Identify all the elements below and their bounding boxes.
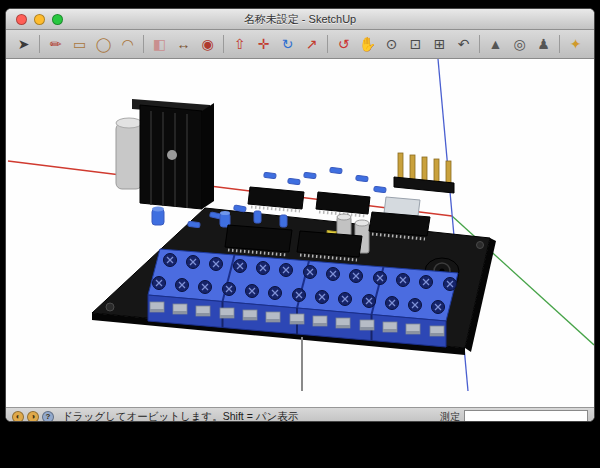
- eraser-tool[interactable]: ◧: [148, 33, 171, 56]
- model-info-tool[interactable]: ✦: [564, 33, 587, 56]
- previous-view-tool[interactable]: ↶: [452, 33, 475, 56]
- rectangle-tool[interactable]: ▭: [68, 33, 91, 56]
- zoom-window-tool[interactable]: ⊡: [404, 33, 427, 56]
- rotate-tool[interactable]: ↻: [276, 33, 299, 56]
- heatsink-module: [116, 99, 214, 209]
- measurement-input[interactable]: [464, 410, 588, 423]
- status-toggle-1-button[interactable]: ◐: [12, 411, 24, 423]
- ic-chips-back: [248, 187, 370, 216]
- model-viewport[interactable]: [6, 59, 594, 407]
- zoom-tool[interactable]: ⊙: [380, 33, 403, 56]
- pan-tool[interactable]: ✋: [356, 33, 379, 56]
- toolbar: ➤ ✏ ▭ ◯ ◠ ◧ ↔ ◉ ⇧ ✛ ↻ ↗ ↺ ✋ ⊙ ⊡ ⊞ ↶ ▲ ◎ …: [6, 30, 594, 59]
- drawing-canvas[interactable]: [6, 59, 594, 407]
- status-hint-text: ドラッグしてオービットします。Shift = パン表示: [62, 410, 298, 423]
- toolbar-separator: [39, 35, 40, 53]
- paint-bucket-tool[interactable]: ◉: [196, 33, 219, 56]
- look-around-tool[interactable]: ◎: [508, 33, 531, 56]
- toolbar-separator: [143, 35, 144, 53]
- toolbar-separator: [479, 35, 480, 53]
- desktop-background: 名称未設定 - SketchUp ➤ ✏ ▭ ◯ ◠ ◧ ↔ ◉ ⇧ ✛ ↻ ↗…: [0, 0, 600, 468]
- circle-tool[interactable]: ◯: [92, 33, 115, 56]
- status-bar: ◐ ◑ ? ドラッグしてオービットします。Shift = パン表示 測定: [6, 407, 594, 422]
- help-button[interactable]: ?: [42, 411, 54, 423]
- toolbar-separator: [327, 35, 328, 53]
- titlebar: 名称未設定 - SketchUp: [6, 9, 594, 30]
- scale-tool[interactable]: ↗: [300, 33, 323, 56]
- orbit-tool[interactable]: ↺: [332, 33, 355, 56]
- tape-measure-tool[interactable]: ↔: [172, 33, 195, 56]
- sketchup-window: 名称未設定 - SketchUp ➤ ✏ ▭ ◯ ◠ ◧ ↔ ◉ ⇧ ✛ ↻ ↗…: [5, 8, 595, 422]
- walk-tool[interactable]: ♟: [532, 33, 555, 56]
- pin-header: [394, 153, 454, 193]
- position-camera-tool[interactable]: ▲: [484, 33, 507, 56]
- push-pull-tool[interactable]: ⇧: [228, 33, 251, 56]
- zoom-extents-tool[interactable]: ⊞: [428, 33, 451, 56]
- window-title: 名称未設定 - SketchUp: [6, 12, 594, 27]
- status-toggle-2-button[interactable]: ◑: [27, 411, 39, 423]
- select-tool[interactable]: ➤: [12, 33, 35, 56]
- toolbar-separator: [559, 35, 560, 53]
- measurement-label: 測定: [440, 410, 460, 423]
- arc-tool[interactable]: ◠: [116, 33, 139, 56]
- move-tool[interactable]: ✛: [252, 33, 275, 56]
- line-tool[interactable]: ✏: [44, 33, 67, 56]
- toolbar-separator: [223, 35, 224, 53]
